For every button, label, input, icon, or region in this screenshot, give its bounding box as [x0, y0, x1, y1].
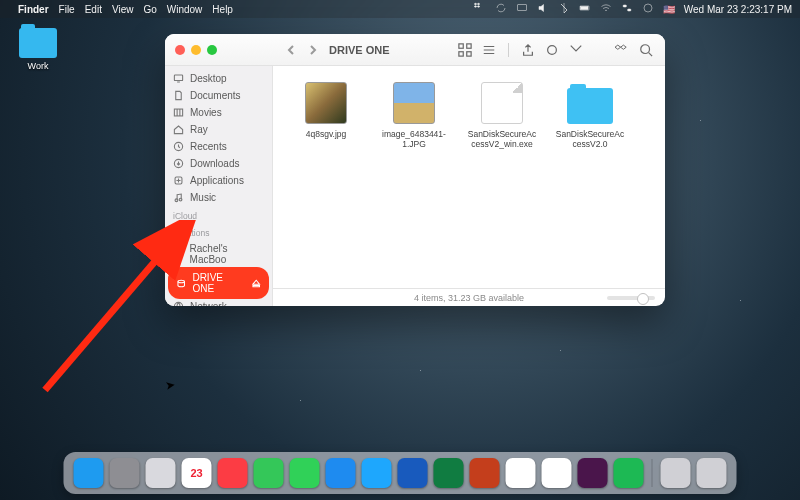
sidebar-item-label: Network	[190, 301, 227, 306]
folder-icon	[19, 28, 57, 58]
sidebar-item-rachel-s-macboo[interactable]: Rachel's MacBoo	[165, 240, 272, 268]
sidebar-item-label: Ray	[190, 124, 208, 135]
dock-app-spotify[interactable]	[614, 458, 644, 488]
sidebar-item-recents[interactable]: Recents	[165, 138, 272, 155]
svg-point-10	[547, 45, 556, 54]
close-button[interactable]	[175, 45, 185, 55]
menu-help[interactable]: Help	[212, 4, 233, 15]
globe-icon	[173, 301, 184, 306]
status-bar: 4 items, 31.23 GB available	[273, 288, 665, 306]
dock-app-finder[interactable]	[74, 458, 104, 488]
dock-app-excel[interactable]	[434, 458, 464, 488]
dock-app-mail[interactable]	[326, 458, 356, 488]
siri-icon[interactable]	[642, 2, 654, 16]
sidebar-item-desktop[interactable]: Desktop	[165, 70, 272, 87]
svg-point-5	[644, 4, 652, 12]
svg-rect-0	[517, 5, 526, 11]
dock-app-trash2[interactable]	[697, 458, 727, 488]
search-button[interactable]	[637, 41, 655, 59]
dock-app-photos[interactable]	[506, 458, 536, 488]
dock-app-word[interactable]	[398, 458, 428, 488]
dropbox-icon[interactable]	[474, 2, 486, 16]
eject-icon[interactable]	[251, 278, 261, 289]
sidebar-item-documents[interactable]: Documents	[165, 87, 272, 104]
minimize-button[interactable]	[191, 45, 201, 55]
file-thumbnail	[305, 82, 347, 124]
dock-app-calendar[interactable]: 23	[182, 458, 212, 488]
svg-point-18	[179, 198, 182, 201]
sidebar-header-locations: Locations	[165, 223, 272, 240]
wifi-icon[interactable]	[600, 2, 612, 16]
dock-app-music[interactable]	[218, 458, 248, 488]
volume-icon[interactable]	[537, 2, 549, 16]
sidebar-item-label: Recents	[190, 141, 227, 152]
dock-app-powerpoint[interactable]	[470, 458, 500, 488]
sidebar-item-label: Applications	[190, 175, 244, 186]
status-text: 4 items, 31.23 GB available	[414, 293, 524, 303]
titlebar: DRIVE ONE	[165, 34, 665, 66]
back-button[interactable]	[283, 42, 299, 58]
bluetooth-icon[interactable]	[558, 2, 570, 16]
menu-go[interactable]: Go	[143, 4, 156, 15]
sidebar-item-downloads[interactable]: Downloads	[165, 155, 272, 172]
laptop-icon	[173, 249, 184, 260]
svg-rect-6	[459, 43, 463, 47]
battery-icon[interactable]	[579, 2, 591, 16]
svg-rect-3	[623, 5, 627, 7]
sidebar-item-network[interactable]: Network	[165, 298, 272, 306]
dock-app-facetime[interactable]	[290, 458, 320, 488]
dock-app-trash[interactable]	[661, 458, 691, 488]
dropbox-toolbar-icon[interactable]	[613, 41, 631, 59]
sync-icon[interactable]	[495, 2, 507, 16]
dock-separator	[652, 459, 653, 487]
sidebar-item-ray[interactable]: Ray	[165, 121, 272, 138]
edit-tags-button[interactable]	[543, 41, 561, 59]
menu-file[interactable]: File	[59, 4, 75, 15]
file-item[interactable]: SanDiskSecureAccessV2_win.exe	[467, 82, 537, 149]
file-name: image_6483441-1.JPG	[379, 129, 449, 149]
menu-view[interactable]: View	[112, 4, 134, 15]
sidebar-header-icloud: iCloud	[165, 206, 272, 223]
sidebar: DesktopDocumentsMoviesRayRecentsDownload…	[165, 66, 273, 306]
clock[interactable]: Wed Mar 23 2:23:17 PM	[684, 4, 792, 15]
forward-button[interactable]	[305, 42, 321, 58]
file-name: SanDiskSecureAccessV2.0	[555, 129, 625, 149]
dock-app-launchpad[interactable]	[146, 458, 176, 488]
svg-rect-19	[175, 251, 182, 256]
zoom-button[interactable]	[207, 45, 217, 55]
file-item[interactable]: SanDiskSecureAccessV2.0	[555, 82, 625, 149]
menu-edit[interactable]: Edit	[85, 4, 102, 15]
file-item[interactable]: 4q8sgv.jpg	[291, 82, 361, 139]
app-menu[interactable]: Finder	[18, 4, 49, 15]
group-button[interactable]	[480, 41, 498, 59]
dock-app-slack[interactable]	[578, 458, 608, 488]
sidebar-item-music[interactable]: Music	[165, 189, 272, 206]
action-button[interactable]	[567, 41, 585, 59]
dock-app-chrome[interactable]	[542, 458, 572, 488]
dock-app-settings[interactable]	[110, 458, 140, 488]
svg-point-20	[178, 280, 185, 283]
sidebar-item-label: Downloads	[190, 158, 239, 169]
zoom-slider[interactable]	[607, 296, 655, 300]
sidebar-item-movies[interactable]: Movies	[165, 104, 272, 121]
window-title: DRIVE ONE	[329, 44, 390, 56]
sidebar-item-applications[interactable]: Applications	[165, 172, 272, 189]
flag-icon[interactable]: 🇺🇸	[663, 4, 675, 15]
display-icon[interactable]	[516, 2, 528, 16]
svg-rect-9	[466, 51, 470, 55]
svg-point-17	[175, 199, 178, 202]
file-item[interactable]: image_6483441-1.JPG	[379, 82, 449, 149]
dock-app-safari[interactable]	[362, 458, 392, 488]
sidebar-item-label: DRIVE ONE	[192, 272, 244, 294]
menu-window[interactable]: Window	[167, 4, 203, 15]
dock-app-messages[interactable]	[254, 458, 284, 488]
sidebar-item-label: Movies	[190, 107, 222, 118]
share-button[interactable]	[519, 41, 537, 59]
home-icon	[173, 124, 184, 135]
icon-view-button[interactable]	[456, 41, 474, 59]
desktop-folder-work[interactable]: Work	[14, 28, 62, 71]
sidebar-item-drive-one[interactable]: DRIVE ONE	[170, 269, 267, 297]
control-center-icon[interactable]	[621, 2, 633, 16]
clock-icon	[173, 141, 184, 152]
file-name: 4q8sgv.jpg	[291, 129, 361, 139]
